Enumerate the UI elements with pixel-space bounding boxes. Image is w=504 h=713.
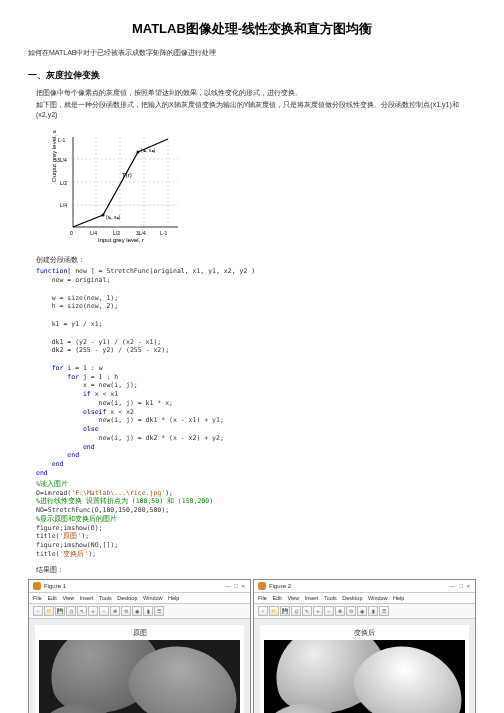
code-block-2: %读入图片 O=imread('F:\Matlab\...\rice.jpg')… <box>36 480 476 559</box>
fig1-image <box>39 640 240 713</box>
fig2-titlebar: Figure 2 — □ × <box>254 580 475 593</box>
result-label: 结果图： <box>36 565 476 575</box>
svg-text:(r₁, s₁): (r₁, s₁) <box>106 214 121 220</box>
svg-point-18 <box>102 214 105 217</box>
result-figures: Figure 1 — □ × File Edit View Insert Too… <box>28 579 476 713</box>
svg-text:L/2: L/2 <box>60 180 67 186</box>
fig1-titlebar: Figure 1 — □ × <box>29 580 250 593</box>
section1-para2: 如下图，就是一种分段函数形式，把输入的X轴灰度值变换为输出的Y轴灰度值，只是将灰… <box>36 100 476 120</box>
pan-icon[interactable]: ✥ <box>335 606 345 616</box>
svg-text:3L/4: 3L/4 <box>57 157 67 163</box>
intro-text: 如何在MATLAB中对于已经被表示成数字矩阵的图像进行处理 <box>28 48 476 58</box>
svg-text:(r₂, s₂): (r₂, s₂) <box>141 147 156 153</box>
matlab-icon <box>258 582 266 590</box>
colorbar-icon[interactable]: ▮ <box>368 606 378 616</box>
figure-1-window: Figure 1 — □ × File Edit View Insert Too… <box>28 579 251 713</box>
fig1-menu[interactable]: File Edit View Insert Tools Desktop Wind… <box>29 593 250 604</box>
svg-text:L/4: L/4 <box>90 230 97 236</box>
rotate-icon[interactable]: ⟲ <box>346 606 356 616</box>
section1-para1: 把图像中每个像素点的灰度值，按照希望达到的效果，以线性变化的形式，进行变换。 <box>36 88 476 98</box>
svg-text:L/4: L/4 <box>60 202 67 208</box>
datatip-icon[interactable]: ◉ <box>132 606 142 616</box>
svg-text:L-1: L-1 <box>58 137 65 143</box>
save-icon[interactable]: 💾 <box>55 606 65 616</box>
fig1-toolbar[interactable]: ▫ 📁 💾 ⎙ ↖ + − ✥ ⟲ ◉ ▮ ☰ <box>29 604 250 619</box>
fig2-toolbar[interactable]: ▫ 📁 💾 ⎙ ↖ + − ✥ ⟲ ◉ ▮ ☰ <box>254 604 475 619</box>
legend-icon[interactable]: ☰ <box>379 606 389 616</box>
zoomout-icon[interactable]: − <box>324 606 334 616</box>
new-icon[interactable]: ▫ <box>258 606 268 616</box>
create-fn-label: 创建分段函数： <box>36 255 476 265</box>
legend-icon[interactable]: ☰ <box>154 606 164 616</box>
page-title: MATLAB图像处理-线性变换和直方图均衡 <box>28 20 476 38</box>
matlab-icon <box>33 582 41 590</box>
zoomin-icon[interactable]: + <box>88 606 98 616</box>
window-controls[interactable]: — □ × <box>225 583 246 589</box>
zoomin-icon[interactable]: + <box>313 606 323 616</box>
svg-text:T(r): T(r) <box>122 172 132 178</box>
open-icon[interactable]: 📁 <box>44 606 54 616</box>
zoomout-icon[interactable]: − <box>99 606 109 616</box>
print-icon[interactable]: ⎙ <box>66 606 76 616</box>
transfer-function-graph: Output grey level, s Input grey level, r… <box>48 127 476 247</box>
datatip-icon[interactable]: ◉ <box>357 606 367 616</box>
code-block-1: function[ new ] = StretchFunc(original, … <box>36 267 476 477</box>
save-icon[interactable]: 💾 <box>280 606 290 616</box>
xlabel: Input grey level, r <box>98 237 144 243</box>
rotate-icon[interactable]: ⟲ <box>121 606 131 616</box>
svg-point-19 <box>137 151 140 154</box>
pointer-icon[interactable]: ↖ <box>77 606 87 616</box>
pan-icon[interactable]: ✥ <box>110 606 120 616</box>
svg-text:L/2: L/2 <box>113 230 120 236</box>
figure-2-window: Figure 2 — □ × File Edit View Insert Too… <box>253 579 476 713</box>
pointer-icon[interactable]: ↖ <box>302 606 312 616</box>
svg-text:0: 0 <box>70 230 73 236</box>
fig1-caption: 原图 <box>39 629 240 638</box>
svg-text:L-1: L-1 <box>160 230 167 236</box>
fig2-title: Figure 2 <box>269 583 450 589</box>
svg-text:3L/4: 3L/4 <box>136 230 146 236</box>
fig2-image <box>264 640 465 713</box>
window-controls[interactable]: — □ × <box>450 583 471 589</box>
new-icon[interactable]: ▫ <box>33 606 43 616</box>
open-icon[interactable]: 📁 <box>269 606 279 616</box>
section1-heading: 一、灰度拉伸变换 <box>28 70 476 82</box>
colorbar-icon[interactable]: ▮ <box>143 606 153 616</box>
print-icon[interactable]: ⎙ <box>291 606 301 616</box>
fig2-caption: 变换后 <box>264 629 465 638</box>
fig1-title: Figure 1 <box>44 583 225 589</box>
fig2-menu[interactable]: File Edit View Insert Tools Desktop Wind… <box>254 593 475 604</box>
